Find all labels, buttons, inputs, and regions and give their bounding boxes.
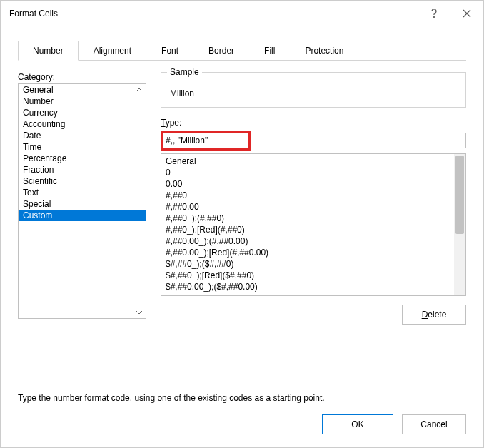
format-item[interactable]: 0.00 (166, 178, 450, 190)
category-item-fraction[interactable]: Fraction (19, 164, 146, 175)
format-item[interactable]: 0 (166, 167, 450, 178)
category-item-scientific[interactable]: Scientific (19, 175, 146, 187)
sample-label: Sample (167, 67, 202, 77)
formats-scroll-thumb[interactable] (455, 156, 464, 234)
format-item[interactable]: $#,##0.00_);($#,##0.00) (166, 281, 450, 292)
category-item-currency[interactable]: Currency (19, 107, 146, 118)
tab-border[interactable]: Border (193, 41, 249, 60)
category-item-accounting[interactable]: Accounting (19, 118, 146, 130)
formats-listbox[interactable]: General 0 0.00 #,##0 #,##0.00 #,##0_);(#… (161, 153, 466, 296)
format-item[interactable]: #,##0.00_);[Red](#,##0.00) (166, 247, 450, 258)
delete-button[interactable]: Delete (402, 305, 466, 325)
category-item-text[interactable]: Text (19, 187, 146, 198)
format-item[interactable]: #,##0 (166, 190, 450, 201)
ok-button[interactable]: OK (322, 414, 393, 434)
svg-point-0 (434, 16, 435, 17)
category-item-special[interactable]: Special (19, 198, 146, 210)
cancel-button[interactable]: Cancel (402, 414, 466, 434)
category-item-number[interactable]: Number (19, 96, 146, 107)
format-item[interactable]: General (166, 156, 450, 167)
category-item-percentage[interactable]: Percentage (19, 153, 146, 164)
tab-font[interactable]: Font (146, 41, 193, 60)
help-button[interactable] (418, 1, 450, 26)
category-item-custom[interactable]: Custom (19, 210, 146, 221)
scroll-down-icon[interactable] (134, 307, 144, 317)
type-label: Type: (161, 118, 466, 128)
format-item[interactable]: $#,##0_);[Red]($#,##0) (166, 270, 450, 281)
tab-alignment[interactable]: Alignment (79, 41, 146, 60)
format-item[interactable]: $#,##0_);($#,##0) (166, 258, 450, 270)
titlebar: Format Cells (1, 1, 483, 26)
sample-group: Sample Million (161, 72, 466, 108)
category-listbox[interactable]: General Number Currency Accounting Date … (18, 83, 146, 319)
format-item[interactable]: #,##0_);[Red](#,##0) (166, 224, 450, 235)
tab-protection[interactable]: Protection (290, 41, 358, 60)
format-cells-dialog: Format Cells Number Alignment Font Borde… (0, 0, 484, 448)
formats-scrollbar[interactable] (454, 154, 465, 295)
hint-text: Type the number format code, using one o… (18, 393, 466, 403)
category-item-date[interactable]: Date (19, 130, 146, 141)
close-button[interactable] (450, 1, 483, 26)
type-highlight (161, 131, 251, 151)
format-item[interactable]: #,##0.00_);(#,##0.00) (166, 235, 450, 247)
tab-number[interactable]: Number (18, 41, 79, 61)
dialog-title: Format Cells (9, 9, 58, 19)
scroll-up-icon[interactable] (134, 85, 144, 95)
tab-fill[interactable]: Fill (249, 41, 290, 60)
tabs: Number Alignment Font Border Fill Protec… (18, 41, 466, 60)
format-item[interactable]: #,##0_);(#,##0) (166, 213, 450, 224)
category-item-time[interactable]: Time (19, 141, 146, 153)
category-label: Category: (18, 72, 146, 82)
format-item[interactable]: #,##0.00 (166, 201, 450, 213)
category-item-general[interactable]: General (19, 84, 146, 96)
sample-value: Million (170, 88, 457, 98)
